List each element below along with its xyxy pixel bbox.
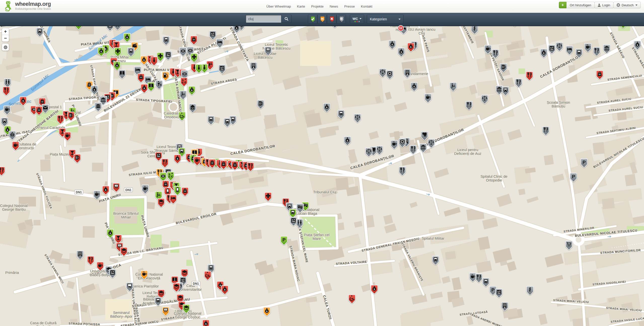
street-label: STRADA POTAISSA bbox=[68, 322, 100, 326]
building bbox=[633, 215, 644, 224]
map-marker-atm[interactable] bbox=[290, 217, 297, 226]
wc-filter-button[interactable]: WC bbox=[350, 15, 364, 24]
map-marker-restaurant[interactable] bbox=[399, 167, 406, 175]
map-marker-cafe[interactable] bbox=[142, 185, 149, 194]
building bbox=[354, 221, 363, 228]
building bbox=[507, 261, 517, 271]
filter-status-no[interactable] bbox=[327, 15, 336, 24]
map-marker-wheelchair[interactable] bbox=[204, 271, 211, 280]
main-nav: Über Wheelmap Karte Projekte News Presse… bbox=[266, 0, 372, 13]
map-marker-justice[interactable] bbox=[376, 146, 383, 155]
map-marker-restaurant[interactable] bbox=[543, 127, 549, 135]
wheelmap-logo[interactable]: wheelmap.org Rollstuhlgerechte Orte find… bbox=[4, 1, 51, 12]
map-marker-justice[interactable] bbox=[366, 148, 372, 157]
login-button[interactable]: Login bbox=[594, 2, 614, 8]
map-marker-restaurant[interactable] bbox=[3, 87, 10, 95]
building bbox=[83, 226, 95, 238]
locate-me-button[interactable] bbox=[2, 44, 9, 51]
map-marker-atm[interactable] bbox=[155, 152, 162, 161]
map-marker-phone[interactable] bbox=[174, 187, 181, 195]
map-marker-building[interactable] bbox=[502, 302, 508, 311]
map-marker-moneybag[interactable] bbox=[264, 307, 270, 316]
filter-status-unknown[interactable] bbox=[337, 15, 346, 24]
map-marker-justice[interactable] bbox=[354, 114, 361, 123]
building bbox=[434, 168, 449, 178]
nav-karte[interactable]: Karte bbox=[297, 5, 305, 8]
language-selector[interactable]: Deutsch bbox=[613, 2, 641, 8]
nav-kontakt[interactable]: Kontakt bbox=[361, 5, 372, 8]
building bbox=[544, 155, 554, 165]
nav-projekte[interactable]: Projekte bbox=[311, 5, 324, 8]
map-marker-parking[interactable] bbox=[490, 286, 496, 295]
map-marker-atm[interactable] bbox=[107, 26, 114, 31]
building bbox=[575, 116, 591, 122]
search-input[interactable] bbox=[246, 15, 281, 23]
map-marker-pub[interactable] bbox=[74, 154, 81, 163]
building bbox=[383, 214, 393, 225]
map-marker-bus[interactable] bbox=[224, 118, 231, 127]
map-marker-cafe[interactable] bbox=[391, 140, 398, 149]
map-marker-bus[interactable] bbox=[483, 278, 489, 287]
route-shield-label: DN1 bbox=[125, 188, 131, 192]
add-place-button[interactable]: + Ort hinzufügen bbox=[559, 2, 595, 8]
building bbox=[66, 281, 75, 289]
map-marker-restaurant[interactable] bbox=[515, 79, 522, 87]
map-marker-moneybag[interactable] bbox=[541, 49, 547, 58]
place-label: SeminarulBáthory–Apor bbox=[110, 311, 133, 318]
building bbox=[590, 106, 598, 119]
map-marker-police[interactable] bbox=[386, 70, 393, 79]
map-marker-restaurant[interactable] bbox=[476, 274, 482, 282]
map-marker-moneybag[interactable] bbox=[222, 286, 228, 294]
map-marker-shop[interactable] bbox=[138, 74, 145, 82]
map-marker-moneybag[interactable] bbox=[344, 137, 351, 145]
place-label: ISU Avram IancuCluj bbox=[408, 27, 436, 35]
map-marker-bus[interactable] bbox=[1, 118, 8, 126]
building bbox=[252, 28, 263, 36]
map-marker-cafe[interactable] bbox=[470, 273, 476, 282]
status-unknown-shield-icon bbox=[339, 16, 344, 22]
building bbox=[445, 251, 456, 260]
place-label: Liceul pentruDeficienți de Auz bbox=[454, 148, 481, 156]
filter-status-yes[interactable] bbox=[308, 15, 317, 24]
map-marker-doctor[interactable] bbox=[527, 286, 533, 295]
map-marker-bus[interactable] bbox=[208, 116, 214, 125]
nav-news[interactable]: News bbox=[330, 5, 338, 8]
map-marker-building[interactable] bbox=[404, 69, 411, 78]
search-button[interactable] bbox=[281, 15, 292, 23]
map-marker-toilets[interactable] bbox=[4, 79, 11, 87]
map-marker-moneybag[interactable] bbox=[189, 86, 195, 95]
map-marker-cart[interactable] bbox=[566, 241, 573, 250]
street-label: CALEA TURZII bbox=[322, 295, 332, 320]
map-marker-shop[interactable] bbox=[182, 188, 189, 196]
map-marker-wheelchair[interactable] bbox=[349, 295, 355, 303]
map-marker-atm[interactable] bbox=[496, 289, 503, 298]
map-marker-pharmacy[interactable] bbox=[265, 193, 272, 201]
map-marker-clothing[interactable] bbox=[196, 64, 202, 73]
nav-presse[interactable]: Presse bbox=[344, 5, 355, 8]
filter-status-limited[interactable] bbox=[317, 15, 327, 24]
building bbox=[6, 112, 23, 124]
map-marker-parking[interactable] bbox=[281, 236, 288, 245]
status-limited-shield-icon bbox=[320, 16, 325, 22]
map-marker-university[interactable] bbox=[158, 199, 165, 207]
map-marker-moneybag[interactable] bbox=[389, 41, 396, 49]
zoom-out-button[interactable]: − bbox=[2, 35, 9, 42]
map-canvas[interactable]: STRADA EMIL RACOVIȚĂSTRADA HOREAPIAȚA MI… bbox=[0, 26, 644, 326]
building bbox=[336, 89, 343, 95]
building bbox=[593, 142, 605, 155]
zoom-in-button[interactable]: + bbox=[2, 28, 9, 35]
map-marker-moneybag[interactable] bbox=[203, 320, 209, 326]
map-marker-restaurant[interactable] bbox=[162, 159, 168, 167]
map-marker-restaurant[interactable] bbox=[87, 256, 94, 265]
building bbox=[363, 78, 371, 86]
map-marker-restaurant[interactable] bbox=[526, 72, 533, 80]
map-marker-cafe[interactable] bbox=[425, 94, 432, 102]
nav-ueber-wheelmap[interactable]: Über Wheelmap bbox=[266, 5, 291, 8]
map-marker-bus[interactable] bbox=[290, 209, 296, 218]
map-marker-restaurant[interactable] bbox=[0, 167, 5, 175]
map-marker-shop[interactable] bbox=[596, 71, 603, 79]
map-marker-bus[interactable] bbox=[163, 37, 170, 45]
kategorien-dropdown[interactable]: Kategorien bbox=[367, 15, 404, 24]
building bbox=[410, 202, 418, 208]
map-marker-justice[interactable] bbox=[556, 43, 563, 51]
